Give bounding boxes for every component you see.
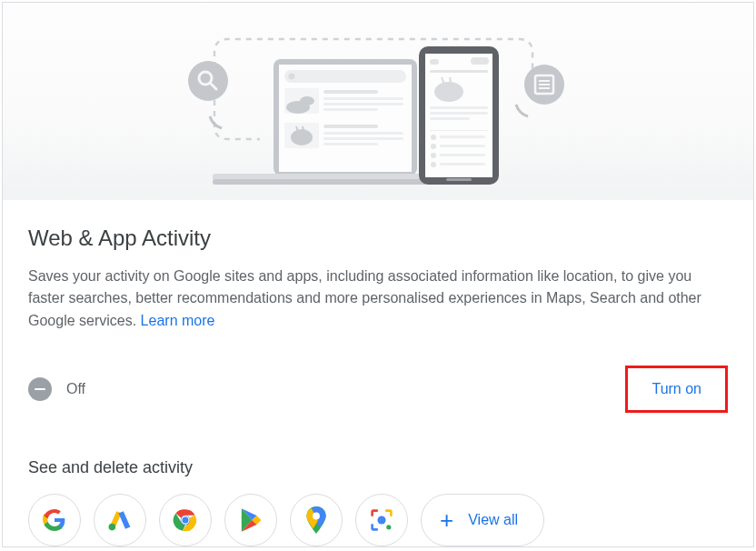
svg-rect-12 (284, 70, 406, 83)
chrome-app-button[interactable] (159, 494, 212, 546)
google-app-button[interactable] (28, 494, 81, 546)
svg-rect-17 (323, 90, 378, 94)
play-icon (239, 507, 263, 533)
devices-illustration (169, 21, 587, 200)
turn-on-button[interactable]: Turn on (635, 372, 718, 406)
svg-point-22 (291, 129, 313, 145)
svg-rect-18 (323, 97, 403, 100)
svg-rect-38 (430, 106, 488, 109)
svg-rect-20 (323, 108, 378, 111)
view-all-button[interactable]: + View all (421, 494, 544, 546)
svg-point-42 (431, 135, 436, 140)
ads-app-button[interactable] (94, 494, 146, 546)
app-icon-row: + View all (28, 494, 728, 546)
turn-on-highlight: Turn on (625, 366, 728, 413)
svg-point-48 (431, 162, 436, 167)
svg-rect-33 (471, 57, 489, 65)
svg-point-50 (109, 524, 116, 531)
svg-rect-28 (323, 143, 378, 145)
svg-point-44 (431, 144, 436, 149)
svg-point-13 (289, 74, 295, 80)
maps-app-button[interactable] (290, 494, 343, 546)
svg-rect-32 (430, 59, 439, 65)
learn-more-link[interactable]: Learn more (141, 313, 215, 328)
svg-rect-41 (430, 130, 488, 131)
svg-rect-31 (446, 178, 472, 181)
chrome-icon (173, 507, 198, 533)
description: Saves your activity on Google sites and … (28, 265, 728, 333)
svg-rect-27 (323, 137, 403, 140)
svg-point-46 (431, 153, 436, 158)
maps-icon (306, 506, 326, 534)
svg-rect-47 (440, 154, 485, 156)
status-row: Off Turn on (28, 366, 728, 413)
svg-point-53 (182, 516, 189, 524)
svg-rect-43 (440, 135, 485, 138)
content-area: Web & App Activity Saves your activity o… (3, 200, 753, 546)
svg-rect-25 (323, 125, 378, 128)
plus-icon: + (440, 506, 453, 535)
svg-point-56 (386, 525, 391, 529)
paused-icon (28, 377, 52, 401)
section-title: See and delete activity (28, 458, 728, 477)
status-left: Off (28, 377, 85, 401)
status-label: Off (66, 381, 85, 397)
svg-rect-45 (440, 145, 485, 147)
svg-point-55 (377, 516, 385, 524)
lens-icon (370, 508, 393, 532)
svg-point-35 (434, 82, 463, 102)
view-all-label: View all (468, 512, 518, 528)
svg-rect-40 (430, 117, 470, 120)
svg-point-16 (300, 96, 314, 105)
svg-point-0 (188, 61, 228, 101)
play-app-button[interactable] (224, 494, 277, 546)
description-text: Saves your activity on Google sites and … (28, 268, 701, 329)
svg-rect-26 (323, 132, 403, 135)
svg-rect-49 (440, 163, 485, 165)
hero-illustration (3, 3, 753, 200)
svg-rect-39 (430, 112, 488, 115)
lens-app-button[interactable] (355, 494, 408, 546)
google-icon (43, 508, 66, 532)
ads-icon (108, 508, 132, 532)
svg-rect-19 (323, 103, 403, 105)
page-title: Web & App Activity (28, 225, 728, 251)
activity-card: Web & App Activity Saves your activity o… (2, 2, 754, 547)
svg-rect-34 (430, 70, 488, 73)
